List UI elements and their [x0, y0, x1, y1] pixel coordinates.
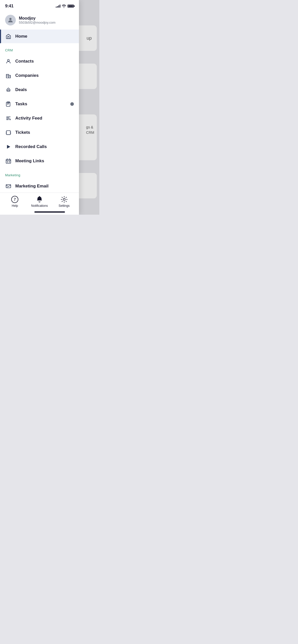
tasks-label: Tasks [15, 101, 67, 107]
nav-item-home[interactable]: Home [0, 30, 79, 43]
svg-rect-13 [10, 76, 10, 77]
tasks-icon [5, 101, 12, 107]
svg-point-26 [63, 198, 65, 200]
svg-rect-10 [7, 76, 7, 77]
nav-item-recorded-calls[interactable]: Recorded Calls [0, 140, 79, 154]
contacts-icon [5, 58, 12, 65]
home-label: Home [15, 34, 27, 39]
home-icon [5, 33, 12, 40]
user-profile[interactable]: Moodjoy 5503b5f2@moodjoy.com [0, 11, 79, 30]
screen: up gs &CRM 9:41 [0, 0, 99, 215]
meeting-links-label: Meeting Links [15, 158, 74, 164]
recorded-calls-icon [5, 143, 12, 150]
deals-icon [5, 86, 12, 93]
marketing-email-label: Marketing Email [15, 184, 74, 189]
user-info: Moodjoy 5503b5f2@moodjoy.com [19, 16, 56, 24]
svg-point-1 [7, 60, 9, 61]
recorded-calls-label: Recorded Calls [15, 144, 74, 149]
svg-rect-20 [9, 162, 10, 163]
nav-content: Home CRM Contacts [0, 30, 79, 193]
svg-marker-17 [7, 145, 10, 149]
bottom-bar-help[interactable]: ? Help [6, 196, 24, 208]
settings-label: Settings [59, 204, 70, 208]
deals-label: Deals [15, 87, 74, 92]
battery-icon [67, 5, 74, 8]
drawer: 9:41 [0, 0, 79, 215]
tasks-badge [70, 102, 74, 106]
nav-item-tasks[interactable]: Tasks [0, 97, 79, 111]
svg-rect-19 [7, 162, 8, 163]
nav-item-contacts[interactable]: Contacts [0, 54, 79, 68]
home-indicator [34, 211, 65, 213]
marketing-email-icon [5, 183, 12, 189]
help-label: Help [12, 204, 18, 208]
user-name: Moodjoy [19, 16, 56, 21]
svg-point-25 [39, 196, 40, 197]
meeting-links-icon [5, 158, 12, 164]
gear-icon [61, 196, 68, 203]
nav-item-meeting-links[interactable]: Meeting Links [0, 154, 79, 168]
activity-feed-icon [5, 115, 12, 122]
section-marketing: Marketing [0, 168, 79, 179]
wifi-icon [62, 5, 66, 8]
section-crm: CRM [0, 43, 79, 54]
avatar [5, 15, 16, 25]
svg-rect-12 [9, 76, 10, 77]
bottom-bar-notifications[interactable]: Notifications [31, 196, 48, 208]
contacts-label: Contacts [15, 59, 74, 64]
svg-rect-11 [7, 76, 8, 77]
nav-item-deals[interactable]: Deals [0, 83, 79, 97]
notifications-label: Notifications [31, 204, 48, 208]
nav-item-companies[interactable]: Companies [0, 68, 79, 83]
companies-icon [5, 72, 12, 79]
signal-icon [56, 5, 60, 8]
nav-item-tickets[interactable]: Tickets [0, 125, 79, 140]
status-time: 9:41 [5, 4, 13, 9]
bell-icon [36, 196, 43, 203]
svg-rect-18 [6, 159, 11, 164]
status-icons [56, 5, 74, 8]
tickets-label: Tickets [15, 130, 74, 135]
svg-rect-8 [7, 75, 7, 76]
status-bar: 9:41 [0, 0, 79, 11]
nav-item-marketing-email[interactable]: Marketing Email [0, 179, 79, 193]
tickets-icon [5, 129, 12, 136]
user-email: 5503b5f2@moodjoy.com [19, 21, 56, 24]
activity-feed-label: Activity Feed [15, 116, 74, 121]
svg-rect-9 [7, 75, 8, 76]
bottom-bar-settings[interactable]: Settings [55, 196, 73, 208]
svg-text:?: ? [14, 197, 16, 201]
companies-label: Companies [15, 73, 74, 78]
svg-point-0 [9, 18, 12, 20]
help-icon: ? [11, 196, 18, 203]
nav-item-activity-feed[interactable]: Activity Feed [0, 111, 79, 125]
